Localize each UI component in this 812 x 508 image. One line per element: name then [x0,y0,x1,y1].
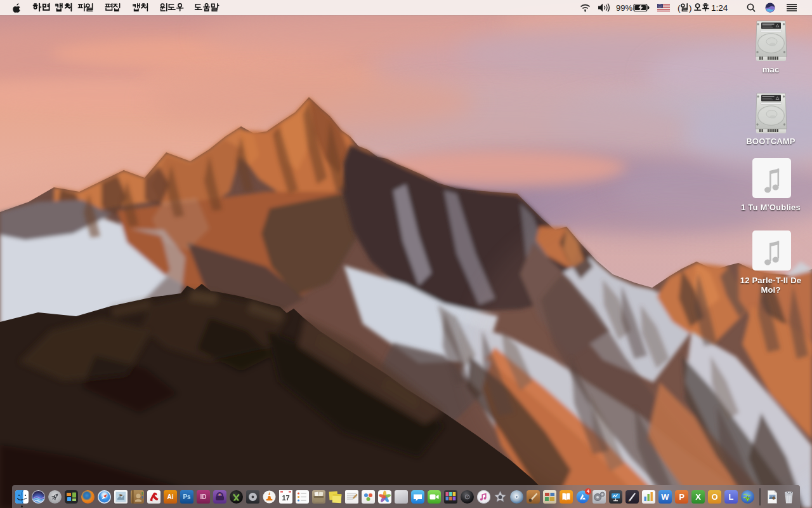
svg-text:17: 17 [282,494,289,502]
